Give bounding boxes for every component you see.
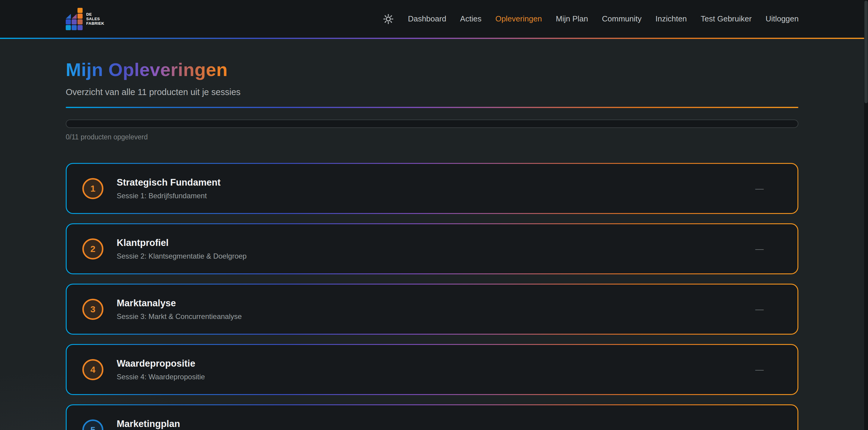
product-title: Waardepropositie — [117, 358, 205, 369]
product-title: Strategisch Fundament — [117, 177, 221, 188]
product-card-5[interactable]: 5 Marketingplan Sessie 5: Marketingplan … — [66, 404, 798, 430]
product-number-badge: 1 — [82, 178, 103, 199]
nav-item-opleveringen[interactable]: Opleveringen — [495, 14, 542, 24]
brand-name: DE SALES FABRIEK — [86, 12, 104, 26]
nav-item-mijn-plan[interactable]: Mijn Plan — [556, 14, 588, 24]
brand-logo[interactable]: DE SALES FABRIEK — [66, 8, 104, 30]
page-title: Mijn Opleveringen — [66, 59, 228, 80]
product-status-dash: — — [755, 184, 764, 194]
product-status-dash: — — [755, 244, 764, 254]
product-status-dash: — — [755, 365, 764, 374]
product-title: Klantprofiel — [117, 237, 247, 248]
product-session: Sessie 1: Bedrijfsfundament — [117, 192, 221, 200]
gradient-divider — [66, 107, 798, 108]
product-session: Sessie 4: Waardepropositie — [117, 373, 205, 381]
progress-label: 0/11 producten opgeleverd — [66, 133, 798, 141]
product-number-badge: 5 — [82, 420, 103, 430]
product-status-dash: — — [755, 305, 764, 314]
product-status-dash: — — [755, 425, 764, 430]
nav-item-user[interactable]: Test Gebruiker — [701, 14, 752, 24]
product-card-2[interactable]: 2 Klantprofiel Sessie 2: Klantsegmentati… — [66, 223, 798, 274]
scrollbar-track[interactable] — [864, 0, 868, 430]
product-session: Sessie 3: Markt & Concurrentieanalyse — [117, 312, 242, 321]
sun-icon — [382, 13, 394, 25]
theme-toggle-button[interactable] — [382, 13, 394, 25]
product-number-badge: 2 — [82, 238, 103, 259]
nav-item-community[interactable]: Community — [602, 14, 642, 24]
nav-item-inzichten[interactable]: Inzichten — [655, 14, 687, 24]
header: DE SALES FABRIEK Dashboard — [0, 0, 868, 38]
main-content: Mijn Opleveringen Overzicht van alle 11 … — [0, 39, 868, 430]
product-session: Sessie 2: Klantsegmentatie & Doelgroep — [117, 252, 247, 260]
factory-logo-icon — [66, 8, 83, 30]
nav-item-dashboard[interactable]: Dashboard — [408, 14, 446, 24]
product-number-badge: 4 — [82, 359, 103, 380]
product-card-3[interactable]: 3 Marktanalyse Sessie 3: Markt & Concurr… — [66, 284, 798, 335]
product-card-1[interactable]: 1 Strategisch Fundament Sessie 1: Bedrij… — [66, 163, 798, 214]
scrollbar-thumb[interactable] — [864, 1, 868, 103]
product-card-4[interactable]: 4 Waardepropositie Sessie 4: Waardepropo… — [66, 344, 798, 395]
product-title: Marktanalyse — [117, 298, 242, 309]
product-number-badge: 3 — [82, 299, 103, 320]
main-nav: Dashboard Acties Opleveringen Mijn Plan … — [382, 13, 799, 25]
product-title: Marketingplan — [117, 419, 194, 429]
progress-bar — [66, 119, 798, 128]
nav-item-uitloggen[interactable]: Uitloggen — [766, 14, 799, 24]
nav-item-acties[interactable]: Acties — [460, 14, 482, 24]
product-list: 1 Strategisch Fundament Sessie 1: Bedrij… — [66, 163, 798, 430]
page-subtitle: Overzicht van alle 11 producten uit je s… — [66, 87, 798, 97]
